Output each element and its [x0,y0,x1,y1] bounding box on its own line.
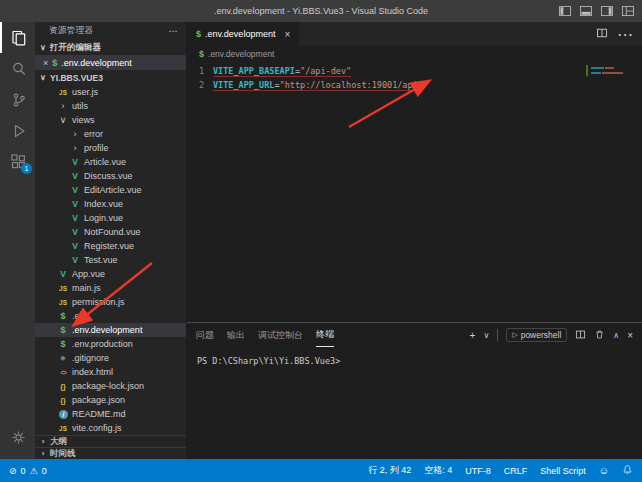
open-editor-item[interactable]: × $ .env.development [35,55,186,70]
outline-section-header[interactable]: › 大纲 [35,435,186,447]
search-icon[interactable] [0,53,35,84]
tree-item-package-lock.json[interactable]: {}package-lock.json [35,379,186,393]
notifications-bell-icon[interactable] [622,464,633,477]
status-cursor-position[interactable]: 行 2, 列 42 [368,464,411,477]
json-icon: {} [57,397,69,404]
tree-item-Register.vue[interactable]: VRegister.vue [35,239,186,253]
tree-item-EditArticle.vue[interactable]: VEditArticle.vue [35,183,186,197]
split-terminal-icon[interactable] [575,329,586,342]
tree-item-.env[interactable]: $.env [35,309,186,323]
maximize-panel-icon[interactable]: ∧ [613,331,619,340]
tree-item-label: Register.vue [84,241,134,251]
settings-gear-icon[interactable] [0,422,35,453]
tree-item-user.js[interactable]: JSuser.js [35,85,186,99]
tree-item-.gitignore[interactable]: ◆.gitignore [35,351,186,365]
close-panel-icon[interactable]: × [627,330,633,341]
tree-item-Login.vue[interactable]: VLogin.vue [35,211,186,225]
tree-item-.env.production[interactable]: $.env.production [35,337,186,351]
tree-item-main.js[interactable]: JSmain.js [35,281,186,295]
new-terminal-icon[interactable]: + [470,330,476,341]
code-editor[interactable]: 1VITE_APP_BASEAPI="/api-dev"2VITE_APP_UR… [187,62,642,322]
run-debug-icon[interactable] [0,115,35,146]
tree-item-label: .env.development [72,325,142,335]
tree-item-Index.vue[interactable]: VIndex.vue [35,197,186,211]
warning-count: 0 [42,466,47,476]
tree-item-permission.js[interactable]: JSpermission.js [35,295,186,309]
toggle-panel-icon[interactable] [580,6,592,16]
extensions-badge: 1 [21,163,32,174]
tree-item-error[interactable]: ›error [35,127,186,141]
panel-tabs: 问题输出调试控制台终端 [196,323,334,347]
terminal-dropdown-icon[interactable]: ∨ [483,331,489,340]
chevron-down-icon: ∨ [39,73,47,82]
tree-item-profile[interactable]: ›profile [35,141,186,155]
tree-item-.env.development[interactable]: $.env.development [35,323,186,337]
tree-item-label: user.js [72,87,98,97]
tree-item-label: Login.vue [84,213,123,223]
powershell-icon: ▷ [512,331,517,339]
separator [497,329,498,341]
tree-item-label: error [84,129,103,139]
editor-more-actions-icon[interactable]: ⋯ [617,25,633,44]
tree-item-Discuss.vue[interactable]: VDiscuss.vue [35,169,186,183]
terminal-profile-selector[interactable]: ▷ powershell [506,328,567,342]
problems-status[interactable]: ⊘ 0 ⚠ 0 [9,466,47,476]
tree-item-views[interactable]: ∨views [35,113,186,127]
timeline-section-header[interactable]: › 时间线 [35,447,186,459]
status-eol[interactable]: CRLF [504,466,528,476]
error-icon: ⊘ [9,466,17,476]
terminal-output[interactable]: PS D:\CSharp\Yi\Yi.BBS.Vue3> [187,347,642,375]
tree-item-utils[interactable]: ›utils [35,99,186,113]
tab-env-development[interactable]: $ .env.development × [187,22,299,46]
panel-tab-问题[interactable]: 问题 [196,323,214,347]
customize-layout-icon[interactable] [622,6,634,16]
env-key: VITE_APP_URL [213,80,274,90]
tree-item-NotFound.vue[interactable]: VNotFound.vue [35,225,186,239]
chevron-right-icon: › [39,449,47,458]
sidebar-explorer: 资源管理器 ⋯ ∨ 打开的编辑器 × $ .env.development ∨ … [35,22,187,459]
panel-tab-调试控制台[interactable]: 调试控制台 [258,323,303,347]
status-indentation[interactable]: 空格: 4 [424,464,452,477]
source-control-icon[interactable] [0,84,35,115]
tree-item-Article.vue[interactable]: VArticle.vue [35,155,186,169]
status-language-mode[interactable]: Shell Script [540,466,586,476]
error-count: 0 [21,466,26,476]
close-icon[interactable]: × [43,58,48,68]
status-right-items: 行 2, 列 42空格: 4UTF-8CRLFShell Script [368,464,586,477]
breadcrumb[interactable]: $ .env.development [187,46,642,62]
outline-label: 大纲 [50,436,67,448]
env-value: "http://localhost:19001/api" [280,80,423,90]
tree-item-Test.vue[interactable]: VTest.vue [35,253,186,267]
tree-item-vite.config.js[interactable]: JSvite.config.js [35,421,186,435]
breadcrumb-file: .env.development [208,49,274,59]
project-root-header[interactable]: ∨ YI.BBS.VUE3 [35,70,186,85]
env-file-icon: $ [199,49,204,59]
status-encoding[interactable]: UTF-8 [465,466,491,476]
toggle-secondary-sidebar-icon[interactable] [601,6,613,16]
tree-item-README.md[interactable]: iREADME.md [35,407,186,421]
tree-item-index.html[interactable]: <>index.html [35,365,186,379]
explorer-icon[interactable] [0,22,35,53]
tree-item-label: NotFound.vue [84,227,141,237]
code-line-2[interactable]: 2VITE_APP_URL="http://localhost:19001/ap… [187,78,642,92]
terminal-prompt: PS D:\CSharp\Yi\Yi.BBS.Vue3> [197,356,340,366]
toggle-sidebar-icon[interactable] [559,6,571,16]
code-line-1[interactable]: 1VITE_APP_BASEAPI="/api-dev" [187,64,642,78]
panel-tab-终端[interactable]: 终端 [316,323,334,347]
open-editors-header[interactable]: ∨ 打开的编辑器 [35,40,186,55]
env-icon: $ [57,311,69,321]
sidebar-more-actions-icon[interactable]: ⋯ [169,26,178,36]
minimap[interactable] [586,65,632,76]
tree-item-package.json[interactable]: {}package.json [35,393,186,407]
panel-tab-输出[interactable]: 输出 [227,323,245,347]
code-lines: 1VITE_APP_BASEAPI="/api-dev"2VITE_APP_UR… [187,64,642,92]
kill-terminal-icon[interactable] [594,329,605,342]
split-editor-icon[interactable] [596,25,608,43]
tab-close-icon[interactable]: × [284,29,290,40]
project-root-label: YI.BBS.VUE3 [50,73,103,83]
tree-item-App.vue[interactable]: VApp.vue [35,267,186,281]
json-icon: {} [57,383,69,390]
feedback-smiley-icon[interactable]: ☺ [599,465,609,476]
extensions-icon[interactable]: 1 [0,146,35,177]
tree-item-label: README.md [72,409,126,419]
